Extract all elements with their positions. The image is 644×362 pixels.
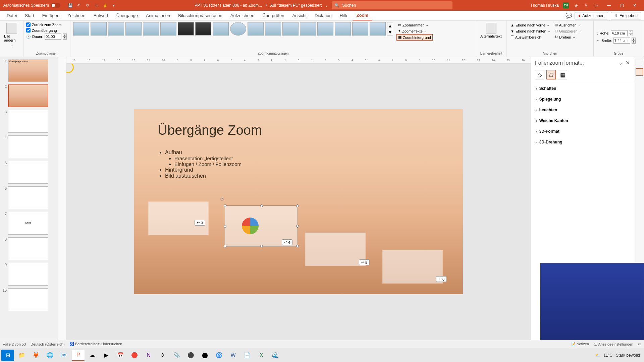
width-down[interactable]: ▼	[632, 41, 636, 44]
taskbar-firefox[interactable]: 🦊	[30, 350, 42, 361]
minimize-button[interactable]: —	[603, 1, 615, 10]
thumb-2[interactable]	[8, 84, 48, 107]
bring-forward-button[interactable]: ▲Ebene nach vorne⌄	[509, 22, 552, 28]
duration-input[interactable]	[45, 34, 61, 40]
height-up[interactable]: ▲	[629, 30, 633, 33]
thumb-4[interactable]	[8, 135, 48, 158]
status-slide-info[interactable]: Folie 2 von 53	[3, 342, 26, 346]
taskbar-vlc[interactable]: ▶	[100, 350, 113, 361]
taskbar-word[interactable]: W	[227, 350, 239, 361]
pane-section-3drotation[interactable]: 3D-Drehung	[531, 137, 634, 147]
autosave-toggle[interactable]	[51, 3, 60, 8]
slide-canvas[interactable]: Übergänge Zoom Aufbau Präsentation „fert…	[134, 109, 463, 294]
taskbar-app-6[interactable]: 🌀	[213, 350, 225, 361]
taskbar-app-5[interactable]: ⬤	[199, 350, 211, 361]
weather-icon[interactable]: ⛅	[595, 353, 600, 358]
share-button[interactable]: ⇪Freigeben	[611, 12, 641, 19]
tab-aufzeichnen[interactable]: Aufzeichnen	[226, 11, 259, 20]
pane-close-icon[interactable]: ✕	[626, 60, 630, 66]
style-preset-4[interactable]	[125, 22, 142, 36]
tab-start[interactable]: Start	[21, 11, 38, 20]
user-avatar[interactable]: TH	[563, 2, 569, 8]
username[interactable]: Thomas Hruska	[530, 3, 559, 8]
tab-zeichnen[interactable]: Zeichnen	[63, 11, 89, 20]
style-preset-13[interactable]	[282, 22, 299, 36]
selection-handle[interactable]	[296, 225, 299, 228]
taskbar-edge[interactable]: 🌊	[269, 350, 282, 361]
taskbar-app-1[interactable]: ☁	[86, 350, 99, 361]
slideshow-icon[interactable]: ▭	[93, 2, 99, 8]
status-display[interactable]: 🖵 Anzeigeeinstellungen	[594, 342, 633, 346]
zoom-slide-6[interactable]	[382, 250, 443, 284]
qat-more-icon[interactable]: ▾	[111, 2, 117, 8]
zoom-style-gallery[interactable]: ▴▾	[73, 22, 393, 36]
width-up[interactable]: ▲	[632, 38, 636, 41]
search-box[interactable]: 🔍 Suchen	[332, 1, 452, 9]
rotate-button[interactable]: ↻Drehen⌄	[553, 34, 583, 40]
style-preset-1[interactable]	[73, 22, 89, 36]
status-language[interactable]: Deutsch (Österreich)	[31, 342, 64, 346]
zoom-slide-3[interactable]	[148, 201, 209, 235]
zoom-effects-button[interactable]: ✦Zoomeffekte⌄	[396, 28, 433, 34]
undo-icon[interactable]: ↶	[76, 2, 82, 8]
zoom-frame-button[interactable]: ▭Zoomrahmen⌄	[396, 22, 433, 28]
status-notes[interactable]: 📝 Notizen	[571, 342, 589, 346]
selection-handle[interactable]	[224, 245, 226, 247]
rightstrip-item-2[interactable]	[636, 68, 643, 76]
style-preset-8[interactable]	[195, 22, 211, 36]
taskbar-chrome[interactable]: 🌐	[44, 350, 56, 361]
tab-einfuegen[interactable]: Einfügen	[38, 11, 63, 20]
tab-uebergaenge[interactable]: Übergänge	[112, 11, 142, 20]
taskbar-outlook[interactable]: 📧	[58, 350, 70, 361]
taskbar-explorer[interactable]: 📁	[15, 350, 28, 361]
slide-thumbnail-panel[interactable]: 1Übergänge Zoom 2 3 4 5 6 7Ende 8 9 10	[0, 57, 58, 340]
selection-handle[interactable]	[224, 225, 226, 228]
ribbon-display-icon[interactable]: ▭	[593, 2, 599, 8]
send-backward-button[interactable]: ▼Ebene nach hinten⌄	[509, 28, 552, 34]
thumb-10[interactable]	[8, 288, 48, 311]
pane-section-shadow[interactable]: Schatten	[531, 83, 634, 94]
tab-entwurf[interactable]: Entwurf	[90, 11, 112, 20]
thumb-7[interactable]: Ende	[8, 212, 48, 235]
alt-text-button[interactable]: Alternativtext	[479, 22, 503, 39]
style-preset-7[interactable]	[178, 22, 194, 36]
rotation-handle-icon[interactable]: ⟳	[220, 196, 224, 202]
tab-ansicht[interactable]: Ansicht	[288, 11, 311, 20]
change-image-button[interactable]: Bild ändern⌄	[3, 22, 20, 48]
coming-soon-icon[interactable]: ✎	[583, 2, 589, 8]
return-to-zoom-checkbox[interactable]: Zurück zum Zoom	[26, 22, 62, 27]
style-preset-5[interactable]	[143, 22, 159, 36]
style-preset-3[interactable]	[108, 22, 124, 36]
tab-zoom[interactable]: Zoom	[353, 11, 372, 20]
style-preset-2[interactable]	[91, 22, 107, 36]
thumb-1[interactable]: Übergänge Zoom	[8, 59, 48, 82]
style-preset-15[interactable]	[317, 22, 333, 36]
style-preset-17[interactable]	[352, 22, 368, 36]
pane-section-3dformat[interactable]: 3D-Format	[531, 126, 634, 137]
tab-bildschirm[interactable]: Bildschirmpräsentation	[174, 11, 226, 20]
style-preset-16[interactable]	[335, 22, 351, 36]
thumb-6[interactable]	[8, 186, 48, 209]
style-preset-14[interactable]	[300, 22, 316, 36]
taskbar-app-2[interactable]: 📅	[114, 350, 127, 361]
taskbar-app-4[interactable]: 📎	[170, 350, 183, 361]
zoom-slide-5[interactable]	[305, 233, 366, 266]
slide-title[interactable]: Übergänge Zoom	[158, 123, 262, 138]
taskbar-app-3[interactable]: 🔴	[128, 350, 141, 361]
selection-handle[interactable]	[224, 204, 226, 207]
thumb-9[interactable]	[8, 263, 48, 286]
taskbar-telegram[interactable]: ✈	[156, 350, 169, 361]
taskbar-excel[interactable]: X	[255, 350, 268, 361]
view-normal-icon[interactable]: ▭	[638, 342, 641, 346]
style-preset-18[interactable]	[370, 22, 386, 36]
selection-pane-button[interactable]: ☰Auswahlbereich	[509, 34, 552, 40]
selection-handle[interactable]	[260, 245, 263, 247]
redo-icon[interactable]: ↻	[85, 2, 91, 8]
style-gallery-more[interactable]: ▴▾	[387, 22, 393, 36]
style-preset-9[interactable]	[213, 22, 229, 36]
pane-section-glow[interactable]: Leuchten	[531, 105, 634, 115]
pane-section-reflection[interactable]: Spiegelung	[531, 94, 634, 105]
zoom-transition-checkbox[interactable]: Zoomübergang	[26, 28, 57, 33]
height-down[interactable]: ▼	[629, 33, 633, 36]
saved-location[interactable]: Auf "diesem PC" gespeichert	[270, 3, 322, 8]
